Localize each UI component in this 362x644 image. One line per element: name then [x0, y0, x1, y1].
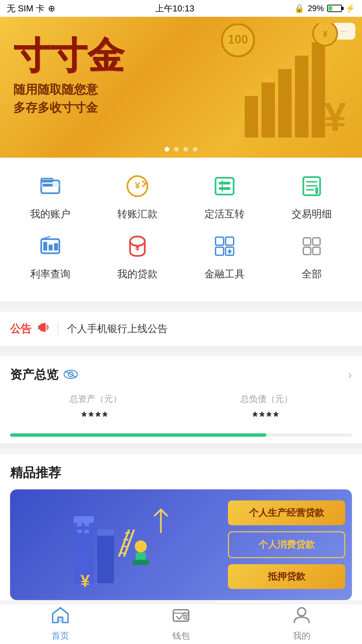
featured-btn-consumer-loan[interactable]: 个人消费贷款: [228, 531, 345, 558]
banner-subtitle-1: 随用随取随您意: [13, 80, 124, 99]
charge-icon: ⚡: [345, 4, 355, 13]
all-icon: [297, 231, 327, 261]
nav-label-mine: 我的: [293, 630, 310, 642]
banner-dot-2[interactable]: [174, 147, 179, 152]
banner[interactable]: ··· 寸寸金 随用随取随您意 多存多收寸寸金 100 ¥: [0, 17, 362, 158]
svg-rect-41: [313, 247, 320, 255]
menu-item-detail[interactable]: 交易明细: [278, 171, 345, 221]
asset-columns: 总资产（元） **** 总负债（元） ****: [10, 393, 352, 424]
quick-menu-row-1: 我的账户 ¥ 转账汇款 定活互转: [7, 171, 355, 221]
svg-rect-0: [245, 91, 258, 138]
quick-menu-row-2: 利率查询 ¥ 我的贷款 +: [7, 231, 355, 281]
menu-label-detail: 交易明细: [292, 207, 332, 221]
transfer-icon: ¥: [122, 171, 153, 201]
menu-label-rate: 利率查询: [30, 267, 70, 281]
menu-item-all[interactable]: 全部: [278, 231, 345, 281]
banner-illustration: 100 ¥ ¥: [204, 23, 345, 151]
svg-rect-33: [216, 247, 224, 255]
menu-item-tools[interactable]: + 金融工具: [191, 231, 258, 281]
svg-text:¥: ¥: [80, 572, 90, 590]
svg-rect-6: [261, 77, 275, 83]
home-icon: [51, 606, 69, 627]
svg-rect-21: [216, 178, 234, 195]
total-asset-label: 总资产（元）: [69, 393, 122, 405]
menu-label-my-account: 我的账户: [30, 207, 70, 221]
announcement-text: 个人手机银行上线公告: [67, 322, 168, 336]
asset-total-liability-col: 总负债（元） ****: [240, 393, 293, 424]
asset-progress-fill: [10, 433, 266, 437]
nav-item-wallet[interactable]: 钱包: [121, 606, 241, 642]
bottom-nav: 首页 钱包 我的: [0, 604, 362, 644]
featured-btn-mortgage-loan[interactable]: 抵押贷款: [228, 564, 345, 589]
svg-rect-51: [97, 530, 114, 583]
nav-wallet-icon: [172, 606, 190, 627]
svg-rect-1: [261, 77, 275, 138]
banner-subtitle-2: 多存多收寸寸金: [13, 99, 124, 117]
svg-rect-39: [313, 238, 320, 245]
asset-header: 资产总览 ›: [10, 367, 352, 383]
svg-rect-64: [58, 617, 63, 623]
svg-point-59: [135, 540, 147, 552]
svg-rect-17: [43, 184, 53, 186]
asset-detail-arrow[interactable]: ›: [348, 368, 352, 382]
svg-rect-60: [136, 552, 146, 561]
asset-title-row: 资产总览: [10, 367, 78, 383]
menu-item-swap[interactable]: 定活互转: [191, 171, 258, 221]
svg-rect-27: [49, 245, 53, 251]
nav-item-home[interactable]: 首页: [0, 606, 121, 642]
asset-overview: 资产总览 › 总资产（元） **** 总负债（元） ****: [0, 357, 362, 443]
section-divider-2: [0, 346, 362, 351]
announcement-tag: 公告: [10, 322, 32, 336]
banner-content: 寸寸金 随用随取随您意 多存多收寸寸金: [13, 37, 124, 117]
banner-dot-3[interactable]: [183, 147, 188, 152]
announcement[interactable]: 公告 个人手机银行上线公告: [0, 312, 362, 346]
svg-point-67: [185, 616, 187, 618]
status-left: 无 SIM 卡 ⊕: [7, 3, 55, 14]
asset-total-asset-col: 总资产（元） ****: [69, 393, 122, 424]
menu-label-transfer: 转账汇款: [117, 207, 158, 221]
nav-item-mine[interactable]: 我的: [241, 606, 362, 642]
svg-rect-31: [216, 237, 224, 245]
svg-rect-38: [303, 238, 311, 245]
svg-rect-48: [84, 523, 89, 526]
wifi-icon: ⊕: [48, 3, 55, 14]
nav-label-wallet: 钱包: [172, 630, 190, 642]
total-asset-value: ****: [81, 410, 109, 424]
menu-item-rate[interactable]: 利率查询: [17, 231, 84, 281]
menu-label-swap: 定活互转: [204, 207, 245, 221]
featured-illustration: ¥: [10, 489, 225, 600]
status-bar: 无 SIM 卡 ⊕ 上午10:13 🔒 29% ⚡: [0, 0, 362, 17]
svg-rect-22: [219, 182, 230, 184]
asset-title: 资产总览: [10, 367, 58, 383]
featured-btn-production-loan[interactable]: 个人生产经营贷款: [228, 500, 345, 525]
svg-rect-8: [295, 50, 308, 56]
svg-rect-50: [84, 530, 89, 533]
eye-icon[interactable]: [64, 368, 78, 382]
banner-dot-4[interactable]: [193, 147, 197, 152]
menu-label-tools: 金融工具: [204, 267, 245, 281]
svg-text:¥: ¥: [323, 29, 328, 39]
svg-text:100: 100: [228, 33, 248, 46]
svg-rect-61: [132, 560, 149, 565]
featured-card[interactable]: ¥ 个人生产经营贷款 个人消费贷款 抵押贷款: [10, 489, 352, 600]
swap-icon: [209, 171, 240, 201]
svg-rect-49: [77, 530, 82, 533]
menu-item-my-account[interactable]: 我的账户: [17, 171, 84, 221]
menu-label-loan: 我的贷款: [117, 267, 158, 281]
svg-rect-32: [226, 237, 234, 245]
svg-rect-52: [97, 530, 114, 536]
banner-dot-1[interactable]: [165, 147, 169, 152]
svg-text:¥: ¥: [135, 243, 140, 253]
menu-item-loan[interactable]: ¥ 我的贷款: [104, 231, 171, 281]
menu-item-transfer[interactable]: ¥ 转账汇款: [104, 171, 171, 221]
svg-rect-3: [295, 50, 308, 138]
featured-buttons: 个人生产经营贷款 个人消费贷款 抵押贷款: [225, 489, 352, 600]
svg-text:¥: ¥: [324, 94, 345, 139]
status-time: 上午10:13: [155, 3, 194, 14]
detail-icon: [297, 171, 327, 201]
rate-icon: [35, 231, 65, 261]
battery-percent: 29%: [308, 4, 324, 13]
svg-rect-7: [278, 64, 292, 69]
tools-icon: +: [209, 231, 240, 261]
svg-text:¥: ¥: [135, 180, 140, 191]
